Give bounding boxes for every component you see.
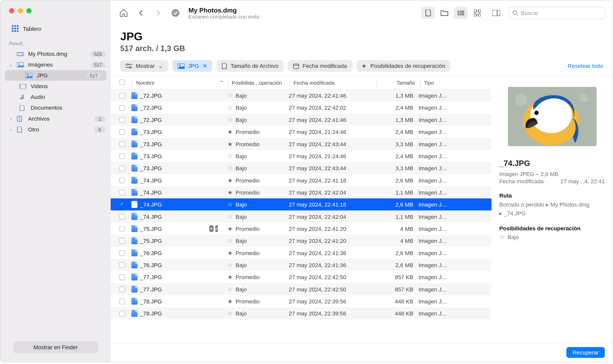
search-placeholder: Buscar bbox=[521, 10, 538, 16]
table-row[interactable]: _77.JPG☆Bajo27 may 2024, 22:42:50857 KBI… bbox=[111, 283, 492, 295]
table-row[interactable]: _76.JPG★Promedio27 may 2024, 22:41:362,6… bbox=[111, 247, 492, 259]
home-button[interactable] bbox=[118, 7, 130, 19]
filter-date[interactable]: Fecha modificada bbox=[288, 60, 352, 72]
sidebar-item-disk[interactable]: › My Photos.dmg 525 bbox=[1, 48, 111, 59]
sidebar-item-audio[interactable]: Audio bbox=[1, 92, 111, 102]
row-checkbox[interactable] bbox=[119, 153, 131, 159]
table-row[interactable]: _74.JPG★Promedio27 may 2024, 22:41:182,6… bbox=[111, 174, 492, 186]
row-checkbox[interactable] bbox=[119, 117, 131, 122]
table-row[interactable]: _78.JPG★Promedio27 may 2024, 22:39:56448… bbox=[111, 295, 492, 307]
table-row[interactable]: _73.JPG☆Bajo27 may 2024, 21:24:462,4 MBI… bbox=[111, 150, 492, 162]
filter-mostrar[interactable]: Mostrar ⌄ bbox=[120, 60, 168, 72]
svg-rect-29 bbox=[474, 10, 476, 12]
table-row[interactable]: _75.JPG#★Promedio27 may 2024, 22:41:204 … bbox=[111, 223, 492, 235]
page-subtitle: Escaneo completado con éxito bbox=[189, 14, 416, 20]
svg-point-27 bbox=[457, 14, 459, 15]
minimize-window-button[interactable] bbox=[18, 8, 23, 14]
row-checkbox[interactable] bbox=[119, 141, 131, 147]
view-folder-button[interactable] bbox=[437, 7, 451, 19]
filter-recovery[interactable]: ★ Posibilidades de recuperación bbox=[357, 60, 450, 72]
table-row[interactable]: _76.JPG☆Bajo27 may 2024, 22:41:362,6 MBI… bbox=[111, 259, 492, 271]
cell-type: Imagen J… bbox=[418, 238, 492, 244]
row-checkbox[interactable] bbox=[119, 238, 131, 243]
table-row[interactable]: _78.JPG☆Bajo27 may 2024, 22:39:56448 KBI… bbox=[111, 307, 492, 319]
table-row[interactable]: _72.JPG☆Bajo27 may 2024, 22:41:461,3 MBI… bbox=[111, 89, 492, 101]
table-row[interactable]: _74.JPG☆Bajo27 may 2024, 22:42:041,1 MBI… bbox=[111, 211, 492, 223]
filter-size[interactable]: Tamaño de Archivo bbox=[217, 60, 284, 72]
star-icon: ☆ bbox=[227, 165, 233, 172]
row-checkbox[interactable] bbox=[119, 93, 131, 98]
chevron-right-icon[interactable]: › bbox=[8, 116, 14, 121]
row-checkbox[interactable] bbox=[119, 165, 131, 171]
filter-chip-label: JPG bbox=[188, 63, 199, 69]
recover-button[interactable]: Recuperar bbox=[566, 347, 605, 358]
sidebar-badge: 517 bbox=[91, 62, 105, 68]
chevron-right-icon[interactable]: › bbox=[8, 127, 14, 132]
cell-date: 27 may 2024, 22:41:46 bbox=[289, 92, 375, 99]
sidebar-item-jpg[interactable]: JPG 517 bbox=[5, 70, 106, 81]
row-checkbox[interactable] bbox=[119, 190, 131, 195]
row-checkbox[interactable] bbox=[119, 214, 131, 219]
view-grid-button[interactable] bbox=[470, 7, 484, 19]
select-all-checkbox[interactable] bbox=[119, 79, 131, 86]
column-recovery[interactable]: Posibilida…uperación bbox=[228, 80, 290, 86]
search-input[interactable]: Buscar bbox=[508, 7, 605, 19]
svg-point-46 bbox=[211, 228, 212, 230]
view-file-button[interactable] bbox=[421, 7, 435, 19]
search-icon bbox=[512, 10, 518, 16]
cell-date: 27 may 2024, 22:41:36 bbox=[289, 262, 375, 268]
forward-button[interactable] bbox=[152, 7, 164, 19]
row-checkbox[interactable] bbox=[119, 286, 131, 292]
sidebar-item-videos[interactable]: Videos bbox=[1, 81, 111, 92]
chevron-down-icon[interactable]: ⌄ bbox=[8, 62, 14, 67]
filter-chip-jpg[interactable]: JPG ✕ bbox=[173, 60, 212, 72]
cell-type: Imagen J… bbox=[418, 310, 492, 317]
table-row[interactable]: _77.JPG★Promedio27 may 2024, 22:42:50857… bbox=[111, 271, 492, 283]
reset-filters-link[interactable]: Resetear todo bbox=[568, 63, 603, 69]
star-icon: ☆ bbox=[227, 213, 233, 220]
cell-name: _72.JPG bbox=[140, 116, 227, 123]
table-row[interactable]: _72.JPG☆Bajo27 may 2024, 22:41:461,3 MBI… bbox=[111, 114, 492, 126]
back-button[interactable] bbox=[135, 7, 147, 19]
svg-rect-31 bbox=[474, 14, 476, 16]
category-title: JPG bbox=[120, 30, 603, 43]
row-checkbox[interactable] bbox=[119, 298, 131, 304]
column-type[interactable]: Tipo bbox=[421, 80, 492, 86]
file-icon bbox=[131, 213, 140, 220]
table-row[interactable]: _73.JPG★Promedio27 may 2024, 21:24:462,4… bbox=[111, 126, 492, 138]
sidebar-item-documents[interactable]: Documentos bbox=[1, 102, 111, 113]
row-checkbox[interactable] bbox=[119, 129, 131, 134]
table-row[interactable]: _72.JPG☆Bajo27 may 2024, 22:42:022,4 MBI… bbox=[111, 102, 492, 114]
column-date[interactable]: Fecha modificada bbox=[290, 80, 376, 86]
table-row[interactable]: _74.JPG☆Bajo27 may 2024, 22:41:182,6 MBI… bbox=[111, 198, 492, 210]
table-header: Nombre ⌃ Posibilida…uperación Fecha modi… bbox=[111, 77, 492, 90]
view-list-button[interactable] bbox=[454, 7, 468, 19]
cell-recovery: ★Promedio bbox=[227, 140, 289, 147]
row-checkbox[interactable] bbox=[119, 177, 131, 183]
maximize-window-button[interactable] bbox=[26, 8, 32, 14]
cell-type: Imagen J… bbox=[418, 177, 492, 184]
sidebar-item-other[interactable]: › Otro 6 bbox=[1, 124, 111, 135]
row-checkbox[interactable] bbox=[119, 310, 131, 316]
row-checkbox[interactable] bbox=[119, 250, 131, 256]
cell-name: _73.JPG bbox=[140, 141, 227, 147]
sidebar-item-archives[interactable]: › Archivos 2 bbox=[1, 113, 111, 124]
column-name[interactable]: Nombre ⌃ bbox=[132, 80, 228, 86]
show-in-finder-button[interactable]: Mostrar en Finder bbox=[14, 341, 98, 353]
table-row[interactable]: _74.JPG★Promedio27 may 2024, 22:42:041,1… bbox=[111, 186, 492, 198]
row-checkbox[interactable] bbox=[119, 202, 131, 207]
row-checkbox[interactable] bbox=[119, 274, 131, 280]
row-checkbox[interactable] bbox=[119, 226, 131, 231]
row-checkbox[interactable] bbox=[119, 262, 131, 268]
remove-chip-icon[interactable]: ✕ bbox=[203, 63, 207, 69]
toggle-sidebar-button[interactable] bbox=[489, 7, 503, 19]
close-window-button[interactable] bbox=[9, 8, 14, 14]
table-row[interactable]: _75.JPG☆Bajo27 may 2024, 22:41:204 MBIma… bbox=[111, 235, 492, 247]
dashboard-link[interactable]: Tablero bbox=[1, 21, 111, 38]
row-checkbox[interactable] bbox=[119, 105, 131, 110]
table-row[interactable]: _73.JPG☆Bajo27 may 2024, 22:43:443,3 MBI… bbox=[111, 162, 492, 174]
column-size[interactable]: Tamaño bbox=[377, 80, 420, 86]
sidebar-item-images[interactable]: ⌄ Imágenes 517 bbox=[1, 59, 111, 70]
star-icon: ★ bbox=[227, 298, 233, 305]
table-row[interactable]: _73.JPG★Promedio27 may 2024, 22:43:443,3… bbox=[111, 138, 492, 150]
